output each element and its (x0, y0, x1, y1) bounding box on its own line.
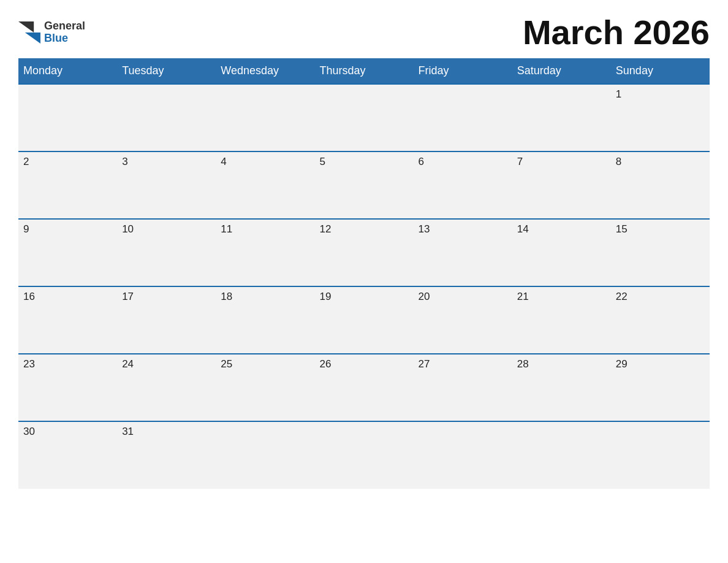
weekday-header-sunday: Sunday (611, 58, 710, 84)
day-number: 23 (23, 358, 112, 370)
calendar-day-cell: 19 (314, 286, 413, 354)
calendar-day-cell: 21 (512, 286, 611, 354)
weekday-row: MondayTuesdayWednesdayThursdayFridaySatu… (18, 58, 710, 84)
calendar-day-cell: 23 (18, 354, 117, 421)
calendar-day-cell: 15 (611, 219, 710, 286)
calendar-week-6: 3031 (18, 421, 710, 489)
day-number: 25 (221, 358, 309, 370)
weekday-header-tuesday: Tuesday (117, 58, 216, 84)
calendar-day-cell (18, 84, 117, 151)
calendar-week-1: 1 (18, 84, 710, 151)
calendar-day-cell (117, 84, 216, 151)
calendar-day-cell (216, 84, 314, 151)
calendar-day-cell: 25 (216, 354, 314, 421)
weekday-header-monday: Monday (18, 58, 117, 84)
calendar-week-2: 2345678 (18, 151, 710, 219)
day-number: 16 (23, 291, 112, 303)
day-number: 6 (419, 156, 507, 168)
day-number: 17 (122, 291, 211, 303)
calendar-day-cell: 2 (18, 151, 117, 219)
month-title: March 2026 (523, 12, 710, 52)
svg-marker-0 (18, 21, 34, 33)
weekday-header-thursday: Thursday (314, 58, 413, 84)
day-number: 29 (616, 358, 705, 370)
calendar-day-cell: 20 (414, 286, 512, 354)
calendar-day-cell: 14 (512, 219, 611, 286)
calendar-day-cell: 1 (611, 84, 710, 151)
calendar-day-cell: 10 (117, 219, 216, 286)
weekday-header-friday: Friday (414, 58, 512, 84)
calendar-day-cell: 3 (117, 151, 216, 219)
calendar-day-cell: 24 (117, 354, 216, 421)
day-number: 9 (23, 223, 112, 236)
calendar-day-cell (512, 421, 611, 489)
day-number: 31 (122, 426, 211, 438)
svg-marker-1 (25, 33, 40, 44)
logo-text: General Blue (44, 20, 85, 45)
weekday-header-saturday: Saturday (512, 58, 611, 84)
day-number: 7 (517, 156, 606, 168)
calendar-day-cell: 12 (314, 219, 413, 286)
calendar-day-cell: 16 (18, 286, 117, 354)
logo: General Blue (18, 20, 85, 45)
logo-icon (18, 21, 40, 44)
calendar-day-cell: 30 (18, 421, 117, 489)
calendar-day-cell (314, 421, 413, 489)
day-number: 15 (616, 223, 705, 236)
day-number: 13 (419, 223, 507, 236)
day-number: 21 (517, 291, 606, 303)
day-number: 30 (23, 426, 112, 438)
day-number: 3 (122, 156, 211, 168)
calendar-day-cell (216, 421, 314, 489)
calendar-day-cell: 6 (414, 151, 512, 219)
day-number: 26 (319, 358, 408, 370)
calendar-day-cell: 29 (611, 354, 710, 421)
day-number: 12 (319, 223, 408, 236)
calendar-day-cell: 9 (18, 219, 117, 286)
calendar-day-cell: 22 (611, 286, 710, 354)
day-number: 11 (221, 223, 309, 236)
logo-blue-text: Blue (44, 33, 85, 45)
calendar-day-cell: 28 (512, 354, 611, 421)
calendar-table: MondayTuesdayWednesdayThursdayFridaySatu… (18, 58, 710, 489)
calendar-week-4: 16171819202122 (18, 286, 710, 354)
calendar-day-cell (314, 84, 413, 151)
calendar-day-cell: 8 (611, 151, 710, 219)
calendar-day-cell: 18 (216, 286, 314, 354)
day-number: 24 (122, 358, 211, 370)
calendar-day-cell (414, 421, 512, 489)
day-number: 2 (23, 156, 112, 168)
day-number: 8 (616, 156, 705, 168)
calendar-week-3: 9101112131415 (18, 219, 710, 286)
day-number: 18 (221, 291, 309, 303)
day-number: 27 (419, 358, 507, 370)
weekday-header-wednesday: Wednesday (216, 58, 314, 84)
calendar-day-cell (611, 421, 710, 489)
day-number: 28 (517, 358, 606, 370)
calendar-day-cell: 31 (117, 421, 216, 489)
calendar-day-cell: 17 (117, 286, 216, 354)
day-number: 22 (616, 291, 705, 303)
calendar-day-cell (512, 84, 611, 151)
logo-general-text: General (44, 20, 85, 33)
calendar-day-cell: 5 (314, 151, 413, 219)
day-number: 14 (517, 223, 606, 236)
calendar-day-cell: 26 (314, 354, 413, 421)
page-header: General Blue March 2026 (18, 12, 710, 52)
calendar-header: MondayTuesdayWednesdayThursdayFridaySatu… (18, 58, 710, 84)
day-number: 19 (319, 291, 408, 303)
calendar-day-cell: 7 (512, 151, 611, 219)
calendar-day-cell: 11 (216, 219, 314, 286)
calendar-week-5: 23242526272829 (18, 354, 710, 421)
day-number: 20 (419, 291, 507, 303)
calendar-day-cell: 4 (216, 151, 314, 219)
calendar-day-cell (414, 84, 512, 151)
day-number: 10 (122, 223, 211, 236)
calendar-day-cell: 27 (414, 354, 512, 421)
day-number: 1 (616, 88, 705, 101)
day-number: 5 (319, 156, 408, 168)
calendar-body: 1234567891011121314151617181920212223242… (18, 84, 710, 489)
calendar-day-cell: 13 (414, 219, 512, 286)
day-number: 4 (221, 156, 309, 168)
